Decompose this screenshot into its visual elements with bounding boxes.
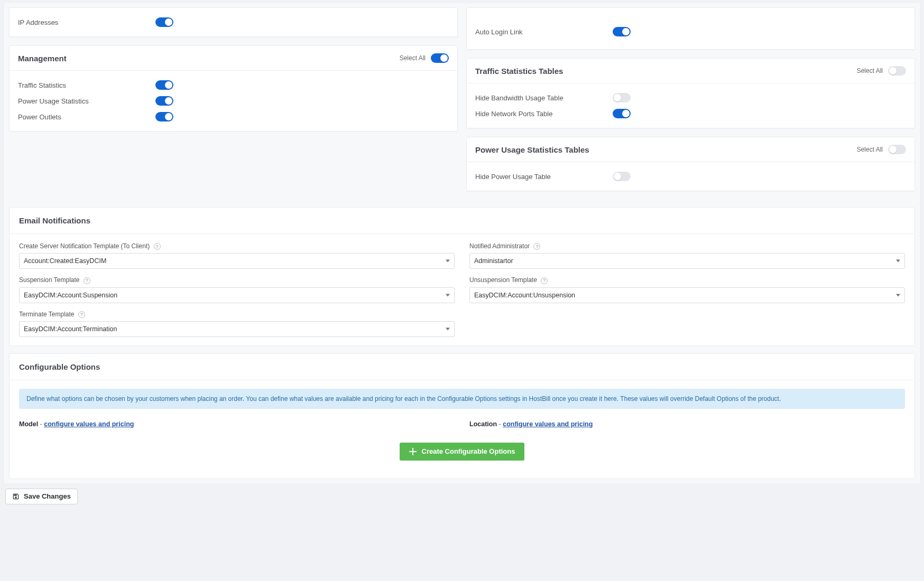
toggle-auto-login[interactable] (613, 27, 631, 36)
email-notifications-title: Email Notifications (19, 216, 905, 225)
configurable-options-title: Configurable Options (19, 362, 905, 371)
power-usage-card: Power Usage Statistics Tables Select All… (466, 137, 915, 191)
toggle-row-ip-addresses: IP Addresses (18, 14, 449, 30)
toggle-row-hide-power-usage: Hide Power Usage Table (475, 168, 906, 184)
right-column: Auto Login Link Traffic Statistics Table… (466, 7, 915, 200)
field-label: Notified Administrator ? (469, 242, 905, 250)
field-suspension: Suspension Template ? EasyDCIM:Account:S… (19, 276, 455, 303)
select-terminate[interactable]: EasyDCIM:Account:Termination (19, 321, 455, 337)
toggle-ip-addresses[interactable] (155, 17, 173, 27)
power-usage-title: Power Usage Statistics Tables (475, 145, 589, 154)
management-title: Management (18, 54, 67, 63)
configure-link-model[interactable]: configure values and pricing (44, 420, 134, 428)
plus-icon (409, 448, 417, 455)
create-btn-label: Create Configurable Options (422, 447, 515, 455)
toggle-traffic-select-all[interactable] (888, 66, 906, 76)
toggle-label: Hide Bandwidth Usage Table (475, 94, 613, 102)
help-icon[interactable]: ? (533, 243, 540, 250)
configure-link-location[interactable]: configure values and pricing (503, 420, 593, 428)
toggle-label: Auto Login Link (475, 28, 613, 36)
traffic-stats-title: Traffic Statistics Tables (475, 67, 563, 76)
toggle-traffic-statistics[interactable] (155, 80, 173, 90)
toggle-management-select-all[interactable] (431, 53, 449, 63)
toggle-power-outlets[interactable] (155, 112, 173, 121)
toggle-label: Hide Power Usage Table (475, 173, 613, 181)
save-icon (12, 493, 20, 500)
ip-addresses-card: IP Addresses (9, 7, 458, 37)
toggle-power-usage-statistics[interactable] (155, 96, 173, 106)
field-label: Terminate Template ? (19, 311, 455, 318)
toggle-row-hide-bandwidth: Hide Bandwidth Usage Table (475, 90, 906, 106)
field-label: Unsuspension Template ? (469, 276, 905, 284)
power-select-all: Select All (857, 145, 906, 154)
toggle-hide-bandwidth[interactable] (613, 93, 631, 102)
create-configurable-options-button[interactable]: Create Configurable Options (400, 443, 525, 461)
toggle-hide-power-usage[interactable] (613, 172, 631, 181)
option-key: Model (19, 420, 38, 428)
toggle-label: Hide Network Ports Table (475, 110, 613, 118)
chevron-down-icon (896, 260, 900, 263)
field-unsuspension: Unsuspension Template ? EasyDCIM:Account… (469, 276, 905, 303)
toggle-power-select-all[interactable] (888, 145, 906, 154)
toggle-label: Traffic Statistics (18, 81, 155, 89)
config-option-location: Location - configure values and pricing (469, 416, 905, 435)
management-select-all: Select All (400, 53, 449, 63)
field-terminate: Terminate Template ? EasyDCIM:Account:Te… (19, 311, 455, 337)
toggle-row-hide-network-ports: Hide Network Ports Table (475, 106, 906, 121)
management-card: Management Select All Traffic Statistics… (9, 45, 458, 132)
select-notified-admin[interactable]: Administartor (469, 253, 905, 269)
configurable-options-section: Configurable Options Define what options… (9, 353, 915, 479)
field-label: Create Server Notification Template (To … (19, 242, 455, 250)
toggle-hide-network-ports[interactable] (613, 109, 631, 118)
toggle-row-auto-login: Auto Login Link (475, 24, 906, 40)
select-unsuspension[interactable]: EasyDCIM:Account:Unsuspension (469, 287, 905, 303)
toggle-label: IP Addresses (18, 18, 155, 26)
help-icon[interactable]: ? (78, 311, 85, 318)
field-notified-admin: Notified Administrator ? Administartor (469, 242, 905, 269)
chevron-down-icon (446, 327, 450, 330)
select-all-label: Select All (857, 67, 883, 74)
save-changes-button[interactable]: Save Changes (5, 489, 78, 504)
toggle-row-traffic-statistics: Traffic Statistics (18, 77, 449, 93)
chevron-down-icon (446, 294, 450, 296)
select-value: Account:Created:EasyDCIM (24, 257, 106, 265)
toggle-label: Power Outlets (18, 113, 155, 121)
help-icon[interactable]: ? (154, 243, 161, 250)
select-value: EasyDCIM:Account:Unsuspension (474, 292, 575, 299)
select-value: EasyDCIM:Account:Suspension (24, 292, 117, 299)
config-option-model: Model - configure values and pricing (19, 416, 455, 435)
select-value: EasyDCIM:Account:Termination (24, 325, 117, 333)
toggle-row-power-outlets: Power Outlets (18, 109, 449, 125)
toggle-row-power-usage-statistics: Power Usage Statistics (18, 93, 449, 109)
traffic-select-all: Select All (857, 66, 906, 76)
help-icon[interactable]: ? (541, 277, 548, 284)
select-suspension[interactable]: EasyDCIM:Account:Suspension (19, 287, 455, 303)
toggle-label: Power Usage Statistics (18, 97, 155, 105)
auto-login-card: Auto Login Link (466, 7, 915, 50)
select-all-label: Select All (400, 54, 426, 62)
select-create-template[interactable]: Account:Created:EasyDCIM (19, 253, 455, 269)
save-label: Save Changes (24, 492, 71, 500)
option-key: Location (469, 420, 497, 428)
chevron-down-icon (446, 260, 450, 263)
select-value: Administartor (474, 257, 513, 265)
info-banner: Define what options can be chosen by you… (19, 389, 905, 409)
field-create-template: Create Server Notification Template (To … (19, 242, 455, 269)
traffic-stats-card: Traffic Statistics Tables Select All Hid… (466, 58, 915, 128)
left-column: IP Addresses Management Select All Traff… (9, 7, 458, 200)
help-icon[interactable]: ? (84, 277, 90, 284)
select-all-label: Select All (857, 146, 883, 153)
chevron-down-icon (896, 294, 900, 296)
field-label: Suspension Template ? (19, 276, 455, 284)
email-notifications-section: Email Notifications Create Server Notifi… (9, 207, 915, 346)
